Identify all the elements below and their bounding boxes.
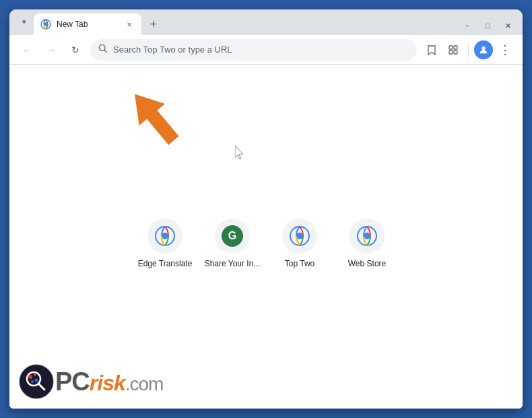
svg-line-3 [104,50,106,52]
active-tab[interactable]: New Tab ✕ [34,13,141,35]
svg-point-13 [296,233,303,239]
svg-point-21 [31,380,34,383]
nav-divider [468,43,469,57]
pcrisk-logo-icon [19,364,54,399]
shortcut-top-two[interactable]: Top Two [273,213,327,274]
close-btn[interactable]: ✕ [498,19,517,32]
menu-btn[interactable]: ⋮ [496,40,514,59]
top-two-icon [282,218,317,253]
nav-right-controls: ⋮ [422,40,514,59]
title-bar: ▾ New Tab ✕ + − □ ✕ [9,9,523,35]
share-icon: G [215,218,250,253]
tab-dropdown-btn[interactable]: ▾ [15,12,34,31]
minimize-btn[interactable]: − [458,19,477,32]
watermark: PC risk .com [19,364,163,399]
address-text: Search Top Two or type a URL [113,44,409,55]
back-btn[interactable]: ← [18,40,36,59]
svg-rect-7 [454,51,457,54]
watermark-pc-text: PC [55,367,90,396]
address-bar[interactable]: Search Top Two or type a URL [90,39,417,61]
address-search-icon [98,44,108,55]
tab-favicon-icon [40,19,51,30]
tab-title-text: New Tab [57,20,119,29]
reload-btn[interactable]: ↻ [66,40,85,59]
edge-translate-icon [147,218,182,253]
svg-point-20 [34,374,36,376]
shortcut-edge-translate[interactable]: Edge Translate [138,213,192,274]
watermark-domain-text: .com [125,374,164,395]
edge-translate-label: Edge Translate [138,259,193,268]
orange-arrow-indicator [124,84,185,154]
forward-btn[interactable]: → [42,40,61,59]
bookmark-btn[interactable] [422,40,441,59]
top-two-label: Top Two [285,259,314,268]
profile-btn[interactable] [474,40,493,59]
extensions-btn[interactable] [444,40,463,59]
new-tab-btn[interactable]: + [144,15,163,34]
svg-marker-9 [124,84,185,151]
shortcut-share[interactable]: G Share Your In... [205,213,259,274]
svg-rect-4 [449,46,453,49]
svg-point-8 [481,46,485,49]
svg-rect-6 [449,51,453,54]
tab-close-btn[interactable]: ✕ [124,19,135,30]
content-area: Edge Translate G Share Your In... [9,65,523,409]
nav-bar: ← → ↻ Search Top Two or type a URL [9,35,523,65]
svg-point-19 [28,375,32,379]
web-store-label: Web Store [348,259,386,268]
window-controls: − □ ✕ [458,19,517,32]
svg-point-15 [364,233,370,239]
watermark-risk-text: risk [90,371,125,396]
shortcut-web-store[interactable]: Web Store [340,213,394,274]
svg-point-11 [162,233,168,239]
maximize-btn[interactable]: □ [478,19,497,32]
svg-rect-5 [454,46,457,49]
browser-window: ▾ New Tab ✕ + − □ ✕ ← → ↻ [9,9,523,409]
shortcuts-area: Edge Translate G Share Your In... [138,213,394,274]
share-label: Share Your In... [205,259,261,268]
mouse-cursor [235,146,243,158]
web-store-icon [350,218,385,253]
svg-point-22 [35,379,38,382]
